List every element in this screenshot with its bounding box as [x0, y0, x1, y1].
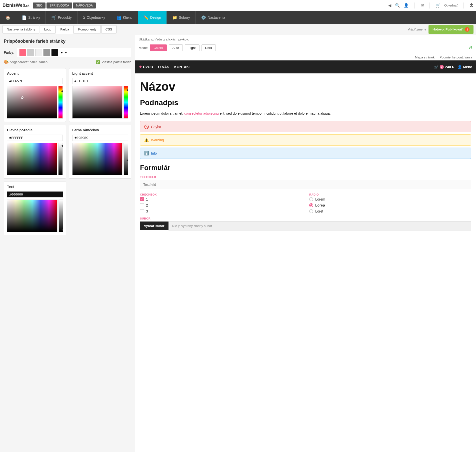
checkbox-1-box[interactable]: ✓ — [140, 197, 144, 201]
publish-button[interactable]: Hotovo. Publikovať! 1 — [428, 25, 474, 34]
search-icon[interactable]: 🔍 — [395, 3, 400, 8]
mode-btn-dark[interactable]: Dark — [202, 44, 216, 51]
nav-item-objednavky[interactable]: $ Objednávky — [78, 11, 111, 24]
preview-cart[interactable]: 🛒 2 240 € — [434, 65, 454, 69]
radio-loret[interactable]: Loret — [309, 209, 471, 213]
preview-nav-kontakt[interactable]: KONTAKT — [174, 65, 191, 69]
color-swatches[interactable]: ▼ — [17, 48, 131, 57]
swatch-light[interactable] — [35, 49, 42, 56]
palette-select[interactable]: ▼ — [59, 50, 68, 55]
divider — [414, 2, 415, 8]
swatch-pink[interactable] — [19, 49, 26, 56]
clients-icon: 👥 — [116, 15, 122, 20]
mapa-stranok-link[interactable]: Mapa stránok — [415, 55, 434, 59]
checkbox-1[interactable]: ✓ 1 — [140, 197, 302, 201]
mode-btn-auto[interactable]: Auto — [169, 44, 183, 51]
farba-ramcekov-panel: Farba rámčekov — [69, 125, 131, 179]
checkbox-3-label: 3 — [146, 209, 148, 213]
preview-label: Ukážka vzhľadu grafických prvkov: — [139, 37, 189, 41]
palette-icon: 🎨 — [4, 60, 9, 64]
tab-css[interactable]: CSS — [101, 25, 116, 33]
revert-link[interactable]: Vrátiť zmeny — [408, 27, 426, 31]
light-accent-hue-slider[interactable] — [124, 86, 128, 119]
swatch-gray[interactable] — [27, 49, 34, 56]
napoveda-button[interactable]: NÁPOVEDA — [73, 2, 96, 8]
accent-hex-input[interactable] — [7, 78, 63, 84]
mode-btn-colors[interactable]: Colors — [150, 44, 167, 51]
reset-icon[interactable]: ↺ — [468, 45, 472, 51]
sprievodca-button[interactable]: SPRIEVODCA — [46, 2, 72, 8]
hlavne-pozadie-title: Hlavné pozadie — [7, 128, 63, 132]
preview-nav: ★ ÚVOD O NÁS KONTAKT 🛒 2 240 € 👤 — [135, 60, 476, 73]
tab-nastavenia-sablony[interactable]: Nastavenia šablóny — [2, 25, 39, 33]
checkbox-3-box[interactable] — [140, 209, 144, 213]
accent-picker[interactable] — [7, 86, 57, 119]
light-accent-picker[interactable] — [72, 86, 122, 119]
tab-farba[interactable]: Farba — [56, 25, 73, 34]
user-icon[interactable]: 👤 — [404, 3, 409, 8]
radio-lorep[interactable]: Lorep — [309, 203, 471, 207]
objednat-link[interactable]: Objednať — [444, 3, 458, 7]
nav-item-stranky[interactable]: 📄 Stránky — [16, 11, 46, 24]
preview-nav-uvod[interactable]: ★ ÚVOD — [139, 65, 153, 69]
farba-ramcekov-hex-input[interactable] — [72, 135, 128, 141]
kontakt-label: KONTAKT — [174, 65, 191, 69]
swatch-mid[interactable] — [43, 49, 50, 56]
mode-bar: Mode: Colors Auto Light Dark ↺ — [135, 42, 476, 54]
hlavne-pozadie-hex-input[interactable] — [7, 135, 63, 141]
preview-account[interactable]: 👤 Meno — [458, 65, 472, 69]
link-text[interactable]: consectetur adipiscing — [184, 111, 219, 115]
power-icon[interactable]: ⏻ — [470, 3, 474, 8]
textfield-input[interactable] — [140, 180, 471, 189]
nav-item-klienti[interactable]: 👥 Klienti — [111, 11, 138, 24]
error-label: Chyba — [151, 125, 161, 129]
nav-item-design[interactable]: ✏️ Design — [138, 11, 167, 24]
nav-label-stranky: Stránky — [28, 15, 40, 19]
ramcekov-picker[interactable] — [72, 143, 122, 175]
file-button[interactable]: Vybrať súbor — [140, 222, 168, 230]
checkbox-2[interactable]: 2 — [140, 203, 302, 207]
seo-button[interactable]: SEO — [33, 2, 45, 8]
bw-slider-thumb3 — [62, 228, 63, 231]
ramcekov-bw-slider[interactable] — [124, 143, 128, 175]
color-panels-row3: Text — [4, 182, 131, 235]
checkbox-2-box[interactable] — [140, 203, 144, 207]
radio-lorep-circle[interactable] — [309, 203, 313, 207]
alert-warning: ⚠️ Warning — [140, 134, 471, 146]
light-accent-hex-input[interactable] — [72, 78, 128, 84]
vlastna-paleta[interactable]: ✅ Vlastná paleta farieb — [96, 60, 131, 64]
tab-logo[interactable]: Logo — [40, 25, 56, 33]
tab-komponenty[interactable]: Komponenty — [74, 25, 101, 33]
main-nav: 🏠 📄 Stránky 🛒 Produkty $ Objednávky 👥 Kl… — [0, 11, 476, 24]
nav-item-subory[interactable]: 📁 Súbory — [167, 11, 196, 24]
nav-item-nastavenia[interactable]: ⚙️ Nastavenia — [196, 11, 231, 24]
nav-item-home[interactable]: 🏠 — [0, 11, 16, 24]
text-picker[interactable] — [7, 200, 58, 232]
hlavne-bw-slider[interactable] — [58, 143, 63, 175]
preview-nav-items: ★ ÚVOD O NÁS KONTAKT — [139, 65, 191, 69]
cart-price: 240 € — [445, 65, 454, 69]
mode-btn-light[interactable]: Light — [185, 44, 199, 51]
text-bw-slider[interactable] — [58, 200, 63, 232]
radio-lorem-circle[interactable] — [309, 197, 313, 201]
nav-item-produkty[interactable]: 🛒 Produkty — [46, 11, 77, 24]
hue-slider-thumb — [61, 90, 63, 93]
checkbox-3[interactable]: 3 — [140, 209, 302, 213]
podmienky-link[interactable]: Podmienky používania — [440, 55, 472, 59]
mail-icon[interactable]: ✉ — [420, 3, 424, 8]
text-hex-input[interactable] — [7, 191, 63, 198]
swatch-dark[interactable] — [51, 49, 58, 56]
radio-loret-circle[interactable] — [309, 209, 313, 213]
text-title: Text — [7, 185, 63, 189]
cart-icon[interactable]: 🛒 — [436, 3, 440, 8]
logo[interactable]: BiznisWeb.sk — [2, 3, 29, 8]
radio-lorem[interactable]: Lorem — [309, 197, 471, 201]
accent-hue-slider[interactable] — [58, 86, 63, 119]
preview-nav-onas[interactable]: O NÁS — [158, 65, 169, 69]
palette-controls: 🎨 Vygenerovať paletu farieb ✅ Vlastná pa… — [4, 60, 131, 64]
hlavne-picker[interactable] — [7, 143, 57, 175]
generate-palette[interactable]: 🎨 Vygenerovať paletu farieb — [4, 60, 48, 64]
farby-row: Farby: ▼ — [4, 48, 131, 57]
arrow-left-icon[interactable]: ◀ — [388, 3, 391, 8]
checkbox-1-label: 1 — [146, 197, 148, 201]
